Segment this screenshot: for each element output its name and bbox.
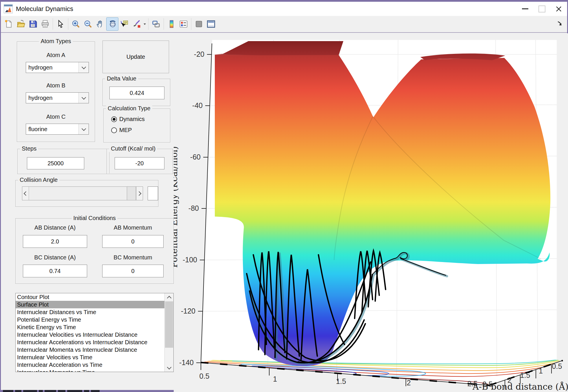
- insert-colorbar-button[interactable]: [165, 17, 177, 31]
- svg-text:0.5: 0.5: [199, 372, 210, 380]
- bc-distance-field[interactable]: 0.74: [23, 265, 87, 277]
- initial-conditions-panel: Initial Conditions AB Distance (A) AB Mo…: [15, 218, 174, 284]
- save-button[interactable]: [27, 17, 39, 31]
- list-item[interactable]: Internulear Velocities vs Time: [16, 353, 173, 361]
- bc-momentum-field[interactable]: 0: [102, 265, 164, 277]
- steps-panel: Steps 25000: [17, 149, 109, 174]
- figure-toolbar: [1, 16, 567, 32]
- svg-text:1: 1: [273, 375, 277, 383]
- surface-plot-axes[interactable]: -20 -40 -60 -80 -100 -120 -140 0.5 1 1.5…: [174, 33, 568, 392]
- background-window-sliver: [3, 390, 100, 392]
- collision-angle-field[interactable]: [148, 186, 158, 200]
- chevron-down-icon[interactable]: [78, 93, 89, 103]
- maximize-button[interactable]: [534, 2, 550, 16]
- cutoff-field[interactable]: -20: [115, 157, 164, 169]
- matlab-logo-icon: [4, 4, 13, 13]
- rotate-3d-button[interactable]: [106, 17, 118, 31]
- atom-a-label: Atom A: [17, 52, 95, 58]
- svg-text:-60: -60: [190, 153, 201, 161]
- bc-distance-label: BC Distance (A): [23, 254, 87, 261]
- atom-c-label: Atom C: [17, 113, 95, 120]
- show-plot-tools-button[interactable]: [205, 17, 217, 31]
- insert-legend-button[interactable]: [177, 17, 190, 31]
- close-button[interactable]: [550, 2, 567, 16]
- open-file-button[interactable]: [15, 17, 27, 31]
- list-item-selected[interactable]: Surface Plot: [16, 301, 173, 308]
- list-item[interactable]: Internuclear Velocities vs Internuclear …: [16, 331, 173, 338]
- scroll-down-arrow-icon[interactable]: [165, 364, 173, 372]
- new-figure-button[interactable]: [3, 17, 15, 31]
- dock-figure-icon[interactable]: [555, 19, 565, 29]
- svg-text:-40: -40: [192, 101, 203, 109]
- svg-text:-100: -100: [183, 256, 197, 264]
- cutoff-panel: Cutoff (Kcal/ mol) -20: [107, 149, 173, 174]
- plot-type-listbox: Contour Plot Surface Plot Internuclear D…: [15, 293, 174, 372]
- print-button[interactable]: [39, 17, 51, 31]
- scroll-thumb[interactable]: [165, 301, 173, 348]
- link-plot-button[interactable]: [150, 17, 162, 31]
- brush-data-button[interactable]: [131, 17, 143, 31]
- radio-selected-icon[interactable]: [111, 116, 117, 122]
- ab-distance-label: AB Distance (A): [23, 224, 87, 231]
- atom-a-dropdown[interactable]: hydrogen: [26, 62, 89, 73]
- slider-thumb[interactable]: [127, 187, 136, 200]
- steps-legend: Steps: [20, 145, 38, 152]
- list-item[interactable]: Internuclear Distances vs Time: [16, 308, 173, 316]
- app-window: Molecular Dynamics: [0, 0, 568, 392]
- list-item[interactable]: Contour Plot: [16, 293, 173, 301]
- dynamics-radio[interactable]: Dynamics: [111, 116, 145, 122]
- delta-value-field[interactable]: 0.424: [109, 87, 164, 99]
- ab-distance-field[interactable]: 2.0: [23, 235, 87, 248]
- cutoff-legend: Cutoff (Kcal/ mol): [109, 145, 157, 152]
- svg-text:-20: -20: [194, 50, 204, 58]
- svg-text:0.5: 0.5: [552, 362, 562, 370]
- list-item[interactable]: Kinetic Energy vs Time: [16, 323, 173, 331]
- slider-right-arrow-icon[interactable]: [136, 187, 143, 200]
- list-item[interactable]: Internuclear Acceleration vs Time: [16, 361, 173, 369]
- radio-unselected-icon[interactable]: [111, 127, 117, 133]
- steps-field[interactable]: 25000: [27, 157, 84, 169]
- delta-value-panel: Delta Value 0.424: [102, 79, 170, 106]
- data-cursor-button[interactable]: [118, 17, 131, 31]
- scroll-up-arrow-icon[interactable]: [165, 293, 173, 301]
- zoom-in-button[interactable]: [70, 17, 82, 31]
- list-item[interactable]: Internuclear Accelerations vs Internucle…: [16, 338, 173, 346]
- hide-plot-tools-button[interactable]: [193, 17, 205, 31]
- calculation-type-panel: Calculation Type Dynamics MEP: [103, 109, 170, 142]
- svg-text:1.5: 1.5: [336, 377, 346, 385]
- update-button[interactable]: Update: [102, 41, 169, 73]
- collision-angle-panel: Collision Angle: [15, 180, 158, 207]
- minimize-button[interactable]: [517, 2, 534, 16]
- atom-types-panel: Atom Types Atom A hydrogen Atom B hydrog…: [17, 41, 95, 142]
- list-item[interactable]: Potential Energy vs Time: [16, 316, 173, 323]
- brush-dropdown-caret[interactable]: [143, 18, 147, 30]
- x-axis-label: A-B bond distance (Å): [472, 382, 568, 392]
- svg-text:-140: -140: [179, 358, 194, 367]
- listbox-scrollbar[interactable]: [164, 293, 173, 372]
- delta-value-legend: Delta Value: [105, 75, 138, 82]
- mep-radio[interactable]: MEP: [111, 127, 132, 133]
- ab-momentum-field[interactable]: 0: [102, 235, 164, 248]
- slider-track[interactable]: [29, 187, 127, 200]
- pan-tool-button[interactable]: [94, 17, 106, 31]
- slider-left-arrow-icon[interactable]: [22, 187, 29, 200]
- svg-text:-80: -80: [188, 204, 199, 212]
- title-bar: Molecular Dynamics: [1, 2, 567, 16]
- collision-angle-slider[interactable]: [22, 186, 143, 200]
- zoom-out-button[interactable]: [82, 17, 94, 31]
- list-item[interactable]: Internuclear Momenta vs Internuclear Dis…: [16, 346, 173, 353]
- svg-text:-120: -120: [181, 307, 195, 315]
- ab-momentum-label: AB Momentum: [102, 224, 164, 231]
- svg-text:1.5: 1.5: [520, 371, 530, 379]
- chevron-down-icon[interactable]: [78, 124, 89, 134]
- atom-types-legend: Atom Types: [39, 38, 73, 45]
- z-axis-label: Potential Energy (Kcal/mol): [174, 146, 179, 268]
- bc-momentum-label: BC Momentum: [102, 254, 164, 261]
- atom-c-dropdown[interactable]: fluorine: [26, 124, 89, 135]
- chevron-down-icon[interactable]: [78, 62, 89, 73]
- pointer-tool-button[interactable]: [54, 17, 67, 31]
- initial-conditions-legend: Initial Conditions: [72, 215, 118, 221]
- window-title: Molecular Dynamics: [16, 5, 73, 13]
- atom-b-dropdown[interactable]: hydrogen: [26, 92, 89, 103]
- list-item[interactable]: Internuclear Momenta vs Time: [16, 369, 173, 372]
